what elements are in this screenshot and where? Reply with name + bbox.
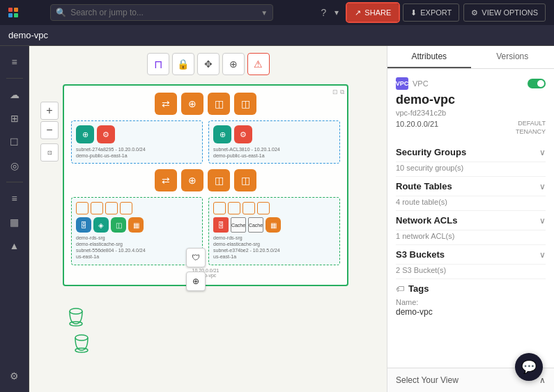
private-subnet-label-1: demo-rds-srgdemo-elasticache-srgsubnet-5… bbox=[76, 235, 198, 260]
zoom-controls: + − ⊡ bbox=[40, 102, 59, 162]
mid-icon-4: ◫ bbox=[234, 169, 256, 191]
zoom-out-button[interactable]: − bbox=[40, 121, 59, 139]
sqs-icon: ▦ bbox=[128, 217, 144, 233]
shape-tool-button[interactable]: ⊓ bbox=[147, 53, 169, 75]
tab-versions[interactable]: Versions bbox=[471, 46, 555, 68]
fit-button[interactable]: ⊡ bbox=[40, 143, 59, 162]
instance-7 bbox=[243, 202, 255, 214]
security-groups-title: Security Groups bbox=[396, 147, 539, 157]
vpc-badge-label: VPC bbox=[396, 80, 409, 87]
sidebar-item-grid[interactable]: ⊞ bbox=[4, 108, 25, 129]
sidebar-item-table[interactable]: ▦ bbox=[4, 212, 25, 233]
vpc-cidr: 10.20.0.0/21 bbox=[396, 120, 438, 128]
sidebar-item-menu[interactable]: ≡ bbox=[4, 52, 25, 72]
left-sidebar: ≡ ☁ ⊞ ☐ ◎ ≡ ▦ ▲ ⚙ bbox=[0, 46, 29, 392]
network-acls-section[interactable]: Network ACLs ∨ bbox=[396, 211, 546, 230]
s3-buckets-title: S3 Buckets bbox=[396, 249, 539, 260]
vpc-toggle-dot bbox=[537, 80, 544, 87]
move-tool-button[interactable]: ✥ bbox=[197, 53, 220, 75]
mid-icon-3: ◫ bbox=[208, 169, 230, 191]
expand-icon[interactable]: ⊡ bbox=[332, 88, 338, 96]
alert-tool-button[interactable]: ⚠ bbox=[247, 53, 270, 75]
sidebar-separator-2 bbox=[6, 182, 23, 182]
security-groups-section[interactable]: Security Groups ∨ bbox=[396, 143, 546, 162]
export-button[interactable]: ⬇ EXPORT bbox=[403, 3, 459, 22]
window-icon[interactable]: ⧉ bbox=[340, 88, 344, 96]
route-tables-section[interactable]: Route Tables ∨ bbox=[396, 177, 546, 196]
export-icon: ⬇ bbox=[410, 8, 417, 17]
s3-buckets-chevron: ∨ bbox=[539, 250, 546, 260]
network-acls-chevron: ∨ bbox=[539, 216, 546, 226]
bottom-subnets: 🗄 ◈ ◫ ▦ demo-rds-srgdemo-elasticache-srg… bbox=[71, 197, 340, 265]
nat-icon: ⊕ bbox=[76, 125, 94, 143]
canvas-area[interactable]: + − ⊡ ⊓ 🔒 ✥ ⊕ ⚠ ⊡ ⧉ ⇄ ⊕ ◫ ◫ bbox=[29, 46, 387, 392]
route-tables-title: Route Tables bbox=[396, 181, 539, 191]
select-view-label: Select Your View bbox=[396, 375, 459, 385]
svg-point-0 bbox=[70, 308, 82, 314]
ec2-icon-2: ⚙ bbox=[234, 125, 252, 143]
sidebar-item-target[interactable]: ◎ bbox=[4, 155, 25, 176]
view-options-button[interactable]: ⚙ VIEW OPTIONS bbox=[463, 3, 546, 22]
public-subnet-az2: ⊕ ⚙ subnet-ACL3810 - 10.20.1.024demo-pub… bbox=[208, 120, 340, 164]
right-panel: Attributes Versions VPC VPC demo-vpc vpc… bbox=[387, 46, 554, 392]
instance-4 bbox=[120, 202, 132, 214]
share-button[interactable]: ↗ SHARE bbox=[347, 3, 399, 22]
shield-button[interactable]: 🛡 bbox=[186, 248, 206, 267]
tab-attributes[interactable]: Attributes bbox=[387, 46, 471, 68]
search-bar: 🔍 ▼ bbox=[50, 4, 273, 21]
subnet-icons: ⊕ ⚙ bbox=[76, 125, 198, 143]
subnet-label-2: subnet-ACL3810 - 10.20.1.024demo-public-… bbox=[213, 146, 335, 159]
tags-header: 🏷 Tags bbox=[396, 283, 546, 294]
private-subnet-az2: 🗄 Cache Cache ▦ demo-rds-srgdemo-elastic… bbox=[208, 197, 340, 265]
search-input[interactable] bbox=[50, 4, 273, 21]
share-icon: ↗ bbox=[355, 8, 361, 17]
bucket-icon-1 bbox=[68, 307, 84, 329]
sidebar-item-settings[interactable]: ⚙ bbox=[4, 366, 25, 386]
help-icon[interactable]: ? bbox=[321, 7, 327, 18]
logo-icon bbox=[8, 8, 18, 17]
chat-button[interactable]: 💬 bbox=[515, 353, 543, 381]
sqs-icon-2: ▦ bbox=[266, 217, 281, 233]
top-bar: 🔍 ▼ ? ▾ ↗ SHARE ⬇ EXPORT ⚙ VIEW OPTIONS bbox=[0, 0, 554, 25]
zoom-in-button[interactable]: + bbox=[40, 102, 59, 120]
route-tables-chevron: ∨ bbox=[539, 182, 546, 191]
svg-point-2 bbox=[75, 335, 88, 340]
s3-buckets-detail: 2 S3 Bucket(s) bbox=[396, 265, 546, 279]
route-tables-detail: 4 route table(s) bbox=[396, 196, 546, 211]
middle-icons: ⇄ ⊕ ◫ ◫ bbox=[71, 169, 340, 191]
top-subnets: ⊕ ⚙ subnet-274a8295 - 10.20.0.0/24demo-p… bbox=[71, 120, 340, 164]
security-groups-chevron: ∨ bbox=[539, 148, 546, 157]
subnet-label-1: subnet-274a8295 - 10.20.0.0/24demo-publi… bbox=[76, 146, 198, 159]
mid-icon-1: ⇄ bbox=[155, 169, 177, 191]
sidebar-item-cloud[interactable]: ☁ bbox=[4, 84, 25, 105]
pan-tool-button[interactable]: ⊕ bbox=[222, 53, 245, 75]
cache-badge-1: Cache bbox=[231, 217, 246, 233]
instance-5 bbox=[213, 202, 226, 214]
sidebar-bottom: ⚙ bbox=[4, 366, 25, 386]
vpc-toggle[interactable] bbox=[528, 79, 546, 88]
globe-button[interactable]: ⊕ bbox=[186, 272, 206, 291]
db-icons-1: 🗄 ◈ ◫ ▦ bbox=[76, 217, 198, 233]
lock-tool-button[interactable]: 🔒 bbox=[172, 53, 194, 75]
sidebar-item-chart[interactable]: ▲ bbox=[4, 235, 25, 256]
panel-content: VPC VPC demo-vpc vpc-fd2341c2b 10.20.0.0… bbox=[387, 69, 554, 331]
instance-6 bbox=[228, 202, 240, 214]
sidebar-item-layers[interactable]: ☐ bbox=[4, 132, 25, 152]
logo bbox=[8, 8, 18, 17]
search-dropdown-icon: ▼ bbox=[261, 9, 268, 17]
cache-badge-2: Cache bbox=[248, 217, 263, 233]
bucket-icon-2 bbox=[74, 334, 89, 356]
diagram-corner-icons: ⊡ ⧉ bbox=[332, 88, 344, 96]
tag-icon: 🏷 bbox=[396, 284, 404, 294]
instance-2 bbox=[91, 202, 103, 214]
subnet-icons-2: ⊕ ⚙ bbox=[213, 125, 335, 143]
network-acls-title: Network ACLs bbox=[396, 215, 539, 226]
instance-grid-1 bbox=[76, 202, 198, 214]
user-icon[interactable]: ▾ bbox=[334, 8, 339, 17]
sidebar-item-list[interactable]: ≡ bbox=[4, 188, 25, 209]
vpc-meta: 10.20.0.0/21 DEFAULTTENANCY bbox=[396, 120, 546, 136]
instance-8 bbox=[257, 202, 270, 214]
nat-icon-2: ⊕ bbox=[213, 125, 231, 143]
s3-buckets-section[interactable]: S3 Buckets ∨ bbox=[396, 245, 546, 265]
sidebar-separator bbox=[6, 78, 23, 79]
